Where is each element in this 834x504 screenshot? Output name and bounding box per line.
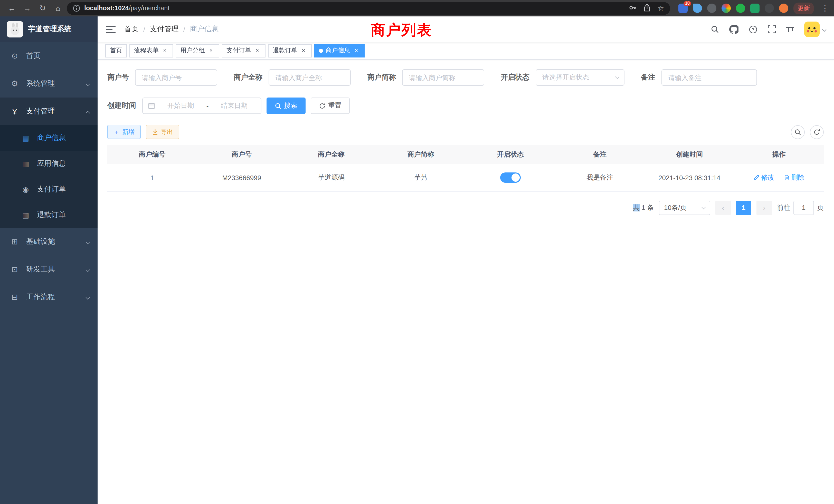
browser-toolbar: ← → ↻ ⌂ localhost:1024/pay/merchant ☆ 10… — [0, 0, 834, 17]
tab-user-group[interactable]: 用户分组× — [176, 44, 219, 57]
site-info-icon[interactable] — [73, 5, 80, 12]
merchant-table: 商户编号 商户号 商户全称 商户简称 开启状态 备注 创建时间 操作 1 — [107, 145, 824, 192]
extension-icon[interactable] — [722, 4, 731, 13]
search-button[interactable]: 搜索 — [266, 97, 306, 114]
forward-icon[interactable]: → — [21, 0, 34, 17]
cell-status — [465, 164, 555, 191]
next-page-button[interactable]: › — [756, 201, 772, 215]
add-button-label: 新增 — [122, 128, 135, 136]
app-logo: 芋道管理系统 — [0, 17, 97, 42]
cell-actions: 修改 删除 — [734, 164, 824, 191]
tab-pay-orders[interactable]: 支付订单× — [222, 44, 265, 57]
chevron-down-icon — [702, 205, 706, 209]
edit-button[interactable]: 修改 — [753, 173, 774, 182]
browser-update-button[interactable]: 更新 — [793, 2, 814, 14]
merchant-shortname-input[interactable] — [402, 69, 484, 86]
extension-icon[interactable]: 10 — [678, 4, 688, 13]
calendar-icon — [148, 102, 155, 109]
goto-page-input[interactable] — [793, 201, 814, 215]
grid-icon: ▦ — [22, 160, 30, 168]
browser-menu-icon[interactable]: ⋮ — [821, 4, 829, 13]
tab-refund-orders[interactable]: 退款订单× — [268, 44, 312, 57]
pagination: 共 1 条 10条/页 ‹ 1 › 前往 页 — [107, 201, 824, 215]
sidebar-item-label: 研发工具 — [26, 265, 55, 274]
extension-icon[interactable] — [779, 4, 788, 13]
status-label: 开启状态 — [501, 73, 529, 82]
extension-icon[interactable] — [750, 4, 760, 13]
sidebar-item-merchant-info[interactable]: ▤ 商户信息 — [0, 125, 97, 151]
bookmark-star-icon[interactable]: ☆ — [658, 4, 664, 12]
page-1-button[interactable]: 1 — [736, 201, 751, 215]
tab-merchant-info[interactable]: 商户信息× — [314, 44, 365, 57]
close-icon[interactable]: × — [207, 47, 215, 54]
page-size-select[interactable]: 10条/页 — [659, 201, 710, 215]
export-button[interactable]: 导出 — [146, 125, 179, 139]
chevron-down-icon — [86, 238, 89, 246]
logo-image — [7, 21, 23, 38]
search-icon[interactable] — [710, 25, 719, 33]
tab-process-form[interactable]: 流程表单× — [129, 44, 173, 57]
address-bar[interactable]: localhost:1024/pay/merchant ☆ — [67, 2, 670, 15]
sidebar-item-label: 退款订单 — [37, 210, 66, 220]
close-icon[interactable]: × — [300, 47, 307, 54]
add-button[interactable]: ＋ 新增 — [107, 125, 141, 139]
extension-icon[interactable] — [765, 4, 774, 13]
status-toggle[interactable] — [500, 173, 521, 183]
delete-button[interactable]: 删除 — [784, 173, 805, 182]
sidebar-item-infrastructure[interactable]: ⊞ 基础设施 — [0, 228, 97, 256]
help-icon[interactable]: ? — [748, 25, 757, 33]
close-icon[interactable]: × — [353, 47, 360, 54]
user-menu[interactable] — [804, 22, 826, 37]
url-host: localhost:1024 — [84, 5, 129, 12]
search-form-row-1: 商户号 商户全称 商户简称 开启状态 请选择开启状态 — [107, 69, 824, 86]
col-actions: 操作 — [734, 145, 824, 164]
status-select[interactable]: 请选择开启状态 — [535, 69, 624, 86]
password-key-icon[interactable] — [629, 3, 637, 13]
extension-icon[interactable] — [707, 4, 717, 13]
refresh-icon[interactable] — [810, 125, 824, 139]
pagination-total: 共 1 条 — [633, 203, 654, 212]
date-range-picker[interactable]: 开始日期 - 结束日期 — [142, 97, 261, 114]
sidebar-item-pay-orders[interactable]: ◉ 支付订单 — [0, 177, 97, 202]
merchant-shortname-label: 商户简称 — [367, 73, 396, 82]
github-icon[interactable] — [729, 25, 738, 34]
reload-icon[interactable]: ↻ — [36, 0, 49, 17]
sidebar-item-app-info[interactable]: ▦ 应用信息 — [0, 151, 97, 177]
close-icon[interactable]: × — [254, 47, 261, 54]
show-search-icon[interactable] — [791, 125, 805, 139]
payment-submenu: ▤ 商户信息 ▦ 应用信息 ◉ 支付订单 ▥ 退款订单 — [0, 125, 97, 228]
back-icon[interactable]: ← — [5, 0, 19, 17]
close-icon[interactable]: × — [161, 47, 169, 54]
reset-button[interactable]: 重置 — [311, 97, 350, 114]
merchant-no-input[interactable] — [135, 69, 217, 86]
merchant-fullname-label: 商户全称 — [234, 73, 262, 82]
remark-label: 备注 — [641, 73, 655, 82]
sidebar-item-payment[interactable]: ¥ 支付管理 — [0, 97, 97, 125]
date-separator: - — [206, 102, 209, 110]
breadcrumb-payment[interactable]: 支付管理 — [150, 25, 179, 34]
remark-input[interactable] — [661, 69, 757, 86]
home-icon[interactable]: ⌂ — [51, 0, 65, 17]
extension-icon[interactable] — [693, 4, 702, 13]
plus-icon: ＋ — [113, 128, 120, 136]
export-button-label: 导出 — [161, 128, 173, 136]
sidebar-item-refund-orders[interactable]: ▥ 退款订单 — [0, 202, 97, 228]
col-merchant-no: 商户号 — [197, 145, 287, 164]
sidebar-item-home[interactable]: ⊙ 首页 — [0, 42, 97, 70]
share-icon[interactable] — [644, 3, 651, 13]
prev-page-button[interactable]: ‹ — [716, 201, 731, 215]
reset-button-label: 重置 — [328, 101, 342, 110]
sidebar-item-workflow[interactable]: ⊟ 工作流程 — [0, 283, 97, 311]
gear-icon: ⚙ — [10, 79, 19, 88]
sidebar-item-dev-tools[interactable]: ⊡ 研发工具 — [0, 256, 97, 283]
extension-icon[interactable] — [736, 4, 745, 13]
tab-home[interactable]: 首页 — [105, 44, 127, 57]
hamburger-icon[interactable] — [106, 25, 116, 33]
table-row: 1 M233666999 芋道源码 芋艿 我是备注 2021-10-23 08:… — [107, 164, 824, 191]
font-size-icon[interactable]: TT — [786, 25, 794, 33]
merchant-fullname-input[interactable] — [269, 69, 351, 86]
date-start-placeholder: 开始日期 — [159, 101, 202, 110]
fullscreen-icon[interactable] — [768, 25, 776, 33]
sidebar-item-system[interactable]: ⚙ 系统管理 — [0, 70, 97, 97]
breadcrumb-home[interactable]: 首页 — [124, 25, 139, 34]
